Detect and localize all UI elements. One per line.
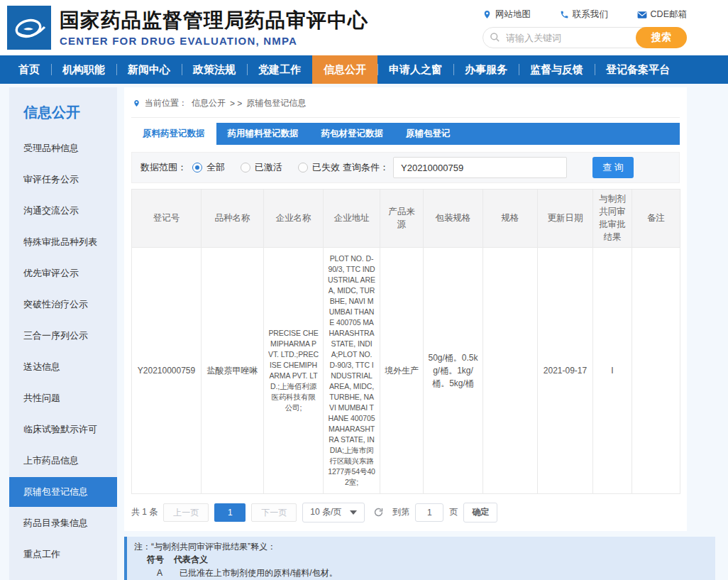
breadcrumb-separator: > >: [230, 99, 242, 109]
goto-label: 到第: [392, 506, 409, 518]
table-header-row: 登记号 品种名称 企业名称 企业地址 产品来源 包装规格 规格 更新日期 与制剂…: [132, 190, 680, 248]
sidebar-item-drug-catalog[interactable]: 药品目录集信息: [9, 508, 117, 538]
page-unit-label: 页: [449, 506, 458, 518]
query-input[interactable]: [393, 157, 567, 178]
sitemap-link[interactable]: 网站地图: [482, 9, 531, 21]
tab-api-registration[interactable]: 原料药登记数据: [131, 123, 216, 145]
col-product-source: 产品来源: [380, 190, 424, 248]
col-package-spec: 包装规格: [424, 190, 483, 248]
note-item-a: A 已批准在上市制剂使用的原料/辅料/包材。: [127, 568, 715, 579]
col-product-name: 品种名称: [202, 190, 264, 248]
query-button[interactable]: 查 询: [592, 157, 634, 178]
location-pin-icon: [482, 10, 492, 19]
sidebar-item-breakthrough-therapy[interactable]: 突破性治疗公示: [9, 290, 117, 319]
main-content: 当前位置： 信息公开 > > 原辅包登记信息 原料药登记数据 药用辅料登记数据 …: [124, 87, 719, 580]
nav-item-info-disclosure[interactable]: 信息公开: [312, 55, 377, 84]
col-company-name: 企业名称: [264, 190, 324, 248]
main-nav: 首页 机构职能 新闻中心 政策法规 党建工作 信息公开 申请人之窗 办事服务 监…: [0, 55, 728, 84]
sidebar-title: 信息公开: [9, 99, 117, 133]
nav-item-applicant[interactable]: 申请人之窗: [377, 55, 453, 84]
cell-update-date: 2021-09-17: [538, 247, 593, 493]
data-tabs: 原料药登记数据 药用辅料登记数据 药包材登记数据 原辅包登记: [131, 123, 680, 145]
refresh-icon[interactable]: [373, 507, 384, 518]
next-page-button[interactable]: 下一页: [251, 503, 297, 522]
sidebar-item-marketed-drugs[interactable]: 上市药品信息: [9, 446, 117, 476]
scope-radio-group: 全部 已激活 已失效: [192, 161, 340, 174]
nav-item-policy[interactable]: 政策法规: [182, 55, 247, 84]
phone-icon: [560, 10, 569, 19]
cell-company-name: PRECISE CHEMIPHARMA PVT. LTD.;PRECISE CH…: [264, 247, 324, 493]
nav-item-home[interactable]: 首页: [7, 55, 51, 84]
sidebar-item-accepted-products[interactable]: 受理品种信息: [9, 133, 117, 163]
mail-icon: [637, 11, 647, 19]
nav-item-supervision[interactable]: 监督与反馈: [519, 55, 595, 84]
nav-item-services[interactable]: 办事服务: [453, 55, 519, 84]
cell-company-address: PLOT NO. D-90/3, TTC INDUSTRIAL AREA, MI…: [324, 247, 380, 493]
sidebar-item-clinical-trial-license[interactable]: 临床试验默示许可: [9, 415, 117, 444]
breadcrumb-prefix: 当前位置：: [145, 97, 187, 109]
cell-product-source: 境外生产: [380, 247, 424, 493]
search-button[interactable]: 搜索: [636, 27, 687, 48]
nav-item-registration-platform[interactable]: 登记备案平台: [595, 55, 681, 84]
radio-expired[interactable]: 已失效: [298, 161, 340, 174]
note-legend-header: 符号 代表含义: [127, 554, 715, 565]
sidebar-item-special-approval[interactable]: 特殊审批品种列表: [9, 227, 117, 257]
contact-link[interactable]: 联系我们: [560, 9, 608, 21]
sidebar-item-three-in-one[interactable]: 三合一序列公示: [9, 321, 117, 351]
radio-selected-icon: [192, 163, 202, 173]
page-size-select[interactable]: 10 条/页: [302, 503, 365, 522]
radio-unselected-icon: [241, 163, 250, 173]
cell-co-review-result: I: [593, 247, 632, 493]
cell-remark: [632, 247, 680, 493]
scope-label: 数据范围：: [140, 161, 187, 174]
radio-unselected-icon: [298, 163, 308, 173]
filter-bar: 数据范围： 全部 已激活 已失效 查询条件：: [131, 152, 680, 183]
breadcrumb-section-link[interactable]: 信息公开: [192, 97, 226, 109]
cell-spec: [483, 247, 538, 493]
note-box: 注：“与制剂共同审评审批结果”释义： 符号 代表含义 A 已批准在上市制剂使用的…: [124, 537, 715, 580]
sidebar-item-review-tasks[interactable]: 审评任务公示: [9, 165, 117, 195]
col-company-address: 企业地址: [324, 190, 380, 248]
goto-page-input[interactable]: [415, 503, 443, 522]
tab-raw-excipient-packaging[interactable]: 原辅包登记: [395, 123, 462, 145]
sidebar-item-priority-review[interactable]: 优先审评公示: [9, 258, 117, 288]
col-update-date: 更新日期: [538, 190, 593, 248]
pagination: 共 1 条 上一页 1 下一页 10 条/页 到第 页 确定: [131, 503, 680, 522]
sidebar: 信息公开 受理品种信息 审评任务公示 沟通交流公示 特殊审批品种列表 优先审评公…: [9, 87, 117, 580]
tab-excipient-registration[interactable]: 药用辅料登记数据: [216, 123, 310, 145]
sidebar-item-common-issues[interactable]: 共性问题: [9, 383, 117, 413]
chevron-down-icon: [350, 510, 357, 515]
site-subtitle: CENTER FOR DRUG EVALUATION, NMPA: [60, 35, 368, 47]
page-1-button[interactable]: 1: [214, 503, 246, 522]
brand: 国家药品监督管理局药品审评中心 CENTER FOR DRUG EVALUATI…: [7, 6, 368, 50]
breadcrumb: 当前位置： 信息公开 > > 原辅包登记信息: [131, 87, 680, 118]
nav-item-party[interactable]: 党建工作: [247, 55, 312, 84]
quick-links: 网站地图 联系我们 CDE邮箱: [482, 9, 687, 21]
col-remark: 备注: [632, 190, 680, 248]
sidebar-item-raw-excipient-packaging[interactable]: 原辅包登记信息: [9, 477, 117, 507]
cde-mail-link[interactable]: CDE邮箱: [637, 9, 687, 21]
sidebar-item-delivery-info[interactable]: 送达信息: [9, 352, 117, 382]
table-row: Y20210000759 盐酸萘甲唑啉 PRECISE CHEMIPHARMA …: [132, 247, 680, 493]
cell-registration-no: Y20210000759: [132, 247, 202, 493]
query-label: 查询条件：: [343, 161, 389, 174]
tab-packaging-registration[interactable]: 药包材登记数据: [310, 123, 395, 145]
site-search: 搜索: [482, 27, 687, 48]
site-title: 国家药品监督管理局药品审评中心: [60, 9, 368, 33]
total-count: 共 1 条: [131, 506, 158, 518]
breadcrumb-current: 原辅包登记信息: [246, 97, 306, 109]
query-group: 查询条件： 查 询: [343, 157, 671, 178]
registration-table: 登记号 品种名称 企业名称 企业地址 产品来源 包装规格 规格 更新日期 与制剂…: [131, 189, 680, 494]
col-co-review-result: 与制剂共同审批审批结果: [593, 190, 632, 248]
radio-all[interactable]: 全部: [192, 161, 225, 174]
sidebar-item-communication[interactable]: 沟通交流公示: [9, 196, 117, 226]
sidebar-item-key-work[interactable]: 重点工作: [9, 540, 117, 569]
nav-item-news[interactable]: 新闻中心: [116, 55, 182, 84]
cell-package-spec: 50g/桶。0.5kg/桶。1kg/桶。5kg/桶: [424, 247, 483, 493]
prev-page-button[interactable]: 上一页: [163, 503, 209, 522]
nav-item-org[interactable]: 机构职能: [51, 55, 116, 84]
confirm-button[interactable]: 确定: [463, 503, 497, 522]
radio-activated[interactable]: 已激活: [241, 161, 282, 174]
col-registration-no: 登记号: [132, 190, 202, 248]
cell-product-name: 盐酸萘甲唑啉: [202, 247, 264, 493]
